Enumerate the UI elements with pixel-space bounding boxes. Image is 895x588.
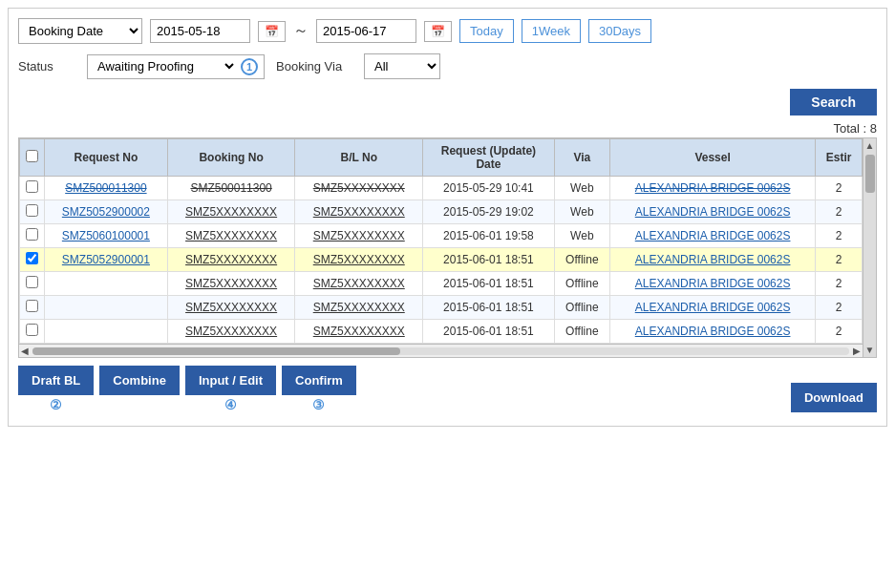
confirm-group: Confirm ③ (282, 366, 356, 412)
header-booking-no: Booking No (167, 139, 295, 177)
row-bl-no[interactable]: SMZ5XXXXXXXX (295, 200, 423, 224)
row-vessel[interactable]: ALEXANDRIA BRIDGE 0062S (609, 177, 815, 200)
date-range-tilde: ～ (293, 21, 309, 41)
row-booking-no[interactable]: SMZ5XXXXXXXX (167, 224, 295, 248)
one-week-button[interactable]: 1Week (522, 19, 581, 43)
table-row: SMZ5052900002SMZ5XXXXXXXXSMZ5XXXXXXXX201… (20, 200, 863, 224)
header-vessel: Vessel (609, 139, 815, 177)
calendar-from-button[interactable]: 📅 (258, 21, 286, 42)
status-select[interactable]: Awaiting Proofing (94, 58, 237, 74)
booking-date-select[interactable]: Booking Date (18, 18, 142, 44)
scroll-track-h (32, 347, 849, 355)
row-booking-no[interactable]: SMZ5XXXXXXXX (167, 200, 295, 224)
row-date: 2015-06-01 18:51 (423, 320, 555, 344)
calendar-to-button[interactable]: 📅 (424, 21, 452, 42)
row-bl-no[interactable]: SMZ5XXXXXXXX (295, 272, 423, 296)
row-checkbox-cell (20, 224, 45, 248)
booking-via-select[interactable]: All (364, 53, 440, 79)
draft-bl-group: Draft BL ② (18, 366, 94, 412)
row-est: 2 (816, 272, 863, 296)
table-row: SMZ5060100001SMZ5XXXXXXXXSMZ5XXXXXXXX201… (20, 224, 863, 248)
draft-bl-button[interactable]: Draft BL (18, 366, 94, 395)
scroll-thumb-v (865, 155, 875, 193)
row-est: 2 (816, 200, 863, 224)
row-date: 2015-06-01 18:51 (423, 248, 555, 272)
row-vessel[interactable]: ALEXANDRIA BRIDGE 0062S (609, 272, 815, 296)
scroll-left-arrow[interactable]: ◀ (19, 346, 31, 356)
row-checkbox-cell (20, 296, 45, 320)
row-bl-no[interactable]: SMZ5XXXXXXXX (295, 224, 423, 248)
row-est: 2 (816, 224, 863, 248)
download-button[interactable]: Download (791, 383, 877, 412)
combine-button[interactable]: Combine (99, 366, 180, 395)
scroll-thumb-h (32, 347, 400, 355)
select-all-checkbox[interactable] (26, 150, 38, 162)
status-badge: 1 (241, 58, 258, 75)
row-request-no[interactable]: SMZ500011300 (45, 177, 168, 200)
table-row: SMZ5XXXXXXXXSMZ5XXXXXXXX2015-06-01 18:51… (20, 272, 863, 296)
row-checkbox[interactable] (26, 300, 38, 312)
today-button[interactable]: Today (459, 19, 514, 43)
row-date: 2015-05-29 19:02 (423, 200, 555, 224)
row-booking-no[interactable]: SMZ5XXXXXXXX (167, 296, 295, 320)
input-edit-group: Input / Edit ④ (185, 366, 276, 412)
row-request-no[interactable]: SMZ5052900002 (45, 200, 168, 224)
scroll-right-arrow[interactable]: ▶ (851, 346, 863, 356)
row-request-no (45, 320, 168, 344)
row-bl-no[interactable]: SMZ5XXXXXXXX (295, 177, 423, 200)
row-checkbox[interactable] (26, 324, 38, 336)
row-checkbox[interactable] (26, 180, 38, 193)
scroll-down-arrow[interactable]: ▼ (863, 343, 877, 357)
row-bl-no[interactable]: SMZ5XXXXXXXX (295, 296, 423, 320)
row-via: Web (554, 177, 609, 200)
row-vessel[interactable]: ALEXANDRIA BRIDGE 0062S (609, 320, 815, 344)
row-via: Offline (554, 272, 609, 296)
row-vessel[interactable]: ALEXANDRIA BRIDGE 0062S (609, 296, 815, 320)
row-via: Offline (554, 296, 609, 320)
search-button[interactable]: Search (790, 89, 877, 116)
row-booking-no[interactable]: SMZ500011300 (167, 177, 295, 200)
row-date: 2015-06-01 18:51 (423, 272, 555, 296)
input-edit-button[interactable]: Input / Edit (185, 366, 276, 395)
row-checkbox-cell (20, 272, 45, 296)
row-booking-no[interactable]: SMZ5XXXXXXXX (167, 272, 295, 296)
table-row: SMZ5XXXXXXXXSMZ5XXXXXXXX2015-06-01 18:51… (20, 320, 863, 344)
horizontal-scrollbar[interactable]: ◀ ▶ (18, 345, 863, 358)
row-request-no[interactable]: SMZ5052900001 (45, 248, 168, 272)
row-checkbox[interactable] (26, 276, 38, 288)
row-checkbox[interactable] (26, 252, 38, 264)
row-est: 2 (816, 177, 863, 200)
row-vessel[interactable]: ALEXANDRIA BRIDGE 0062S (609, 248, 815, 272)
row-via: Web (554, 200, 609, 224)
row-est: 2 (816, 296, 863, 320)
scroll-up-arrow[interactable]: ▲ (863, 138, 877, 153)
row-booking-no[interactable]: SMZ5XXXXXXXX (167, 320, 295, 344)
row-request-no (45, 272, 168, 296)
table-main: Request No Booking No B/L No Request (Up… (18, 137, 863, 358)
row-checkbox-cell (20, 200, 45, 224)
header-request-no: Request No (45, 139, 168, 177)
badge-confirm: ③ (312, 397, 325, 412)
row-request-no (45, 296, 168, 320)
row-booking-no[interactable]: SMZ5XXXXXXXX (167, 248, 295, 272)
combine-group: Combine (99, 366, 180, 397)
row-via: Web (554, 224, 609, 248)
row-checkbox[interactable] (26, 228, 38, 241)
row-bl-no[interactable]: SMZ5XXXXXXXX (295, 248, 423, 272)
row-checkbox[interactable] (26, 204, 38, 217)
table-row: SMZ5XXXXXXXXSMZ5XXXXXXXX2015-06-01 18:51… (20, 296, 863, 320)
confirm-button[interactable]: Confirm (282, 366, 356, 395)
row-date: 2015-05-29 10:41 (423, 177, 555, 200)
total-row: Total : 8 (18, 121, 877, 136)
vertical-scrollbar[interactable]: ▲ ▼ (863, 137, 877, 358)
row-vessel[interactable]: ALEXANDRIA BRIDGE 0062S (609, 224, 815, 248)
row-est: 2 (816, 320, 863, 344)
row-via: Offline (554, 320, 609, 344)
date-to-input[interactable] (316, 19, 416, 43)
filter-row-1: Booking Date 📅 ～ 📅 Today 1Week 30Days (18, 18, 877, 44)
row-bl-no[interactable]: SMZ5XXXXXXXX (295, 320, 423, 344)
thirty-days-button[interactable]: 30Days (588, 19, 651, 43)
row-vessel[interactable]: ALEXANDRIA BRIDGE 0062S (609, 200, 815, 224)
row-request-no[interactable]: SMZ5060100001 (45, 224, 168, 248)
date-from-input[interactable] (150, 19, 250, 43)
